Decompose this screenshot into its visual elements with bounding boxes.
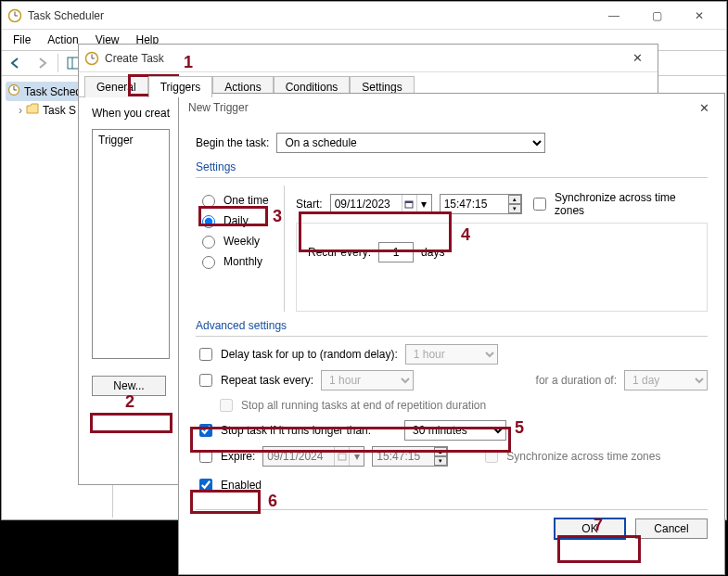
begin-label: Begin the task: [196,136,269,149]
cancel-button[interactable]: Cancel [635,518,708,539]
delay-select: 1 hour [405,344,498,365]
new-trigger-title: New Trigger [188,101,249,114]
stop-long-label: Stop task if it runs longer than: [221,424,371,437]
new-button-label: New... [113,379,144,392]
svg-rect-12 [405,201,413,203]
delay-check[interactable]: Delay task for up to (random delay): [196,345,398,364]
freq-daily[interactable]: Daily [198,212,278,228]
repeat-dur-select: 1 day [624,370,708,390]
close-button[interactable]: ✕ [678,2,721,30]
close-icon[interactable]: ✕ [690,97,719,119]
advanced-title: Advanced settings [196,319,708,332]
close-icon[interactable]: ✕ [623,47,652,69]
ok-button[interactable]: OK [554,518,626,540]
settings-title: Settings [196,160,708,173]
back-icon[interactable] [6,53,26,73]
recur-label: Recur every: [308,246,371,259]
repeat-check[interactable]: Repeat task every: [196,371,313,390]
stop-long-check[interactable]: Stop task if it runs longer than: [196,421,371,440]
expire-date-value: 09/11/2024 [263,450,326,463]
freq-daily-label: Daily [224,214,249,227]
expire-label: Expire: [221,450,255,463]
minimize-button[interactable]: — [593,2,635,30]
freq-monthly[interactable]: Monthly [198,253,278,269]
ok-label: OK [581,522,597,535]
sync-tz-check[interactable]: Synchronize across time zones [530,191,708,217]
recur-input[interactable] [378,242,414,262]
expire-sync-tz-label: Synchronize across time zones [506,450,660,463]
time-spinner: ▴▾ [434,447,447,466]
enabled-label: Enabled [221,479,262,492]
repeat-label: Repeat task every: [221,374,313,387]
app-icon [7,8,22,23]
clock-icon [7,83,20,99]
expire-time-value: 15:47:15 [373,450,424,463]
freq-weekly[interactable]: Weekly [198,233,278,249]
folder-icon [26,103,39,117]
new-button[interactable]: New... [92,376,166,396]
new-trigger-titlebar: New Trigger ✕ [179,94,724,122]
svg-rect-13 [338,454,346,460]
repeat-select: 1 hour [321,370,414,390]
calendar-icon[interactable] [402,195,416,213]
maximize-button[interactable]: ▢ [635,2,678,30]
tab-triggers[interactable]: Triggers [148,76,213,97]
start-time-value: 15:47:15 [441,198,492,211]
delay-label: Delay task for up to (random delay): [221,348,398,361]
forward-icon[interactable] [32,53,52,73]
new-trigger-dialog: New Trigger ✕ Begin the task: On a sched… [178,93,725,575]
expire-time: 15:47:15 ▴▾ [372,446,448,467]
stop-all-label: Stop all running tasks at end of repetit… [241,399,486,412]
main-titlebar: Task Scheduler — ▢ ✕ [2,2,726,30]
recur-unit: days [421,246,444,259]
start-date-value: 09/11/2023 [331,198,394,211]
menu-file[interactable]: File [6,32,38,48]
calendar-icon [334,447,349,466]
begin-select[interactable]: On a schedule [276,133,545,153]
enabled-check[interactable]: Enabled [196,476,262,494]
chevron-right-icon: › [19,104,22,117]
freq-one-time[interactable]: One time [198,192,278,208]
cancel-label: Cancel [654,522,688,535]
expire-date: 09/11/2024 ▾ [262,446,364,467]
time-spinner[interactable]: ▴▾ [508,195,521,213]
chevron-down-icon: ▾ [349,447,364,466]
tab-general[interactable]: General [84,76,148,97]
freq-weekly-label: Weekly [224,235,260,248]
freq-one-time-label: One time [224,194,269,207]
stop-all-check: Stop all running tasks at end of repetit… [216,396,486,415]
stop-long-select[interactable]: 30 minutes [404,420,506,441]
start-time[interactable]: 15:47:15 ▴▾ [440,194,522,214]
repeat-dur-label: for a duration of: [536,374,617,387]
app-icon [84,51,99,66]
create-task-title: Create Task [105,52,164,65]
chevron-down-icon[interactable]: ▾ [416,195,431,213]
expire-check[interactable]: Expire: [196,447,255,466]
triggers-list[interactable]: Trigger [92,129,170,359]
main-title: Task Scheduler [28,9,104,22]
tree-child-label: Task S [43,104,76,117]
start-label: Start: [296,198,323,211]
start-date[interactable]: 09/11/2023 ▾ [330,194,432,214]
triggers-list-header: Trigger [98,134,163,147]
expire-sync-tz: Synchronize across time zones [481,447,660,466]
create-task-titlebar: Create Task ✕ [79,45,658,72]
sync-tz-label: Synchronize across time zones [555,191,708,217]
freq-monthly-label: Monthly [224,255,262,268]
tree-root-label: Task Sched [24,85,82,98]
